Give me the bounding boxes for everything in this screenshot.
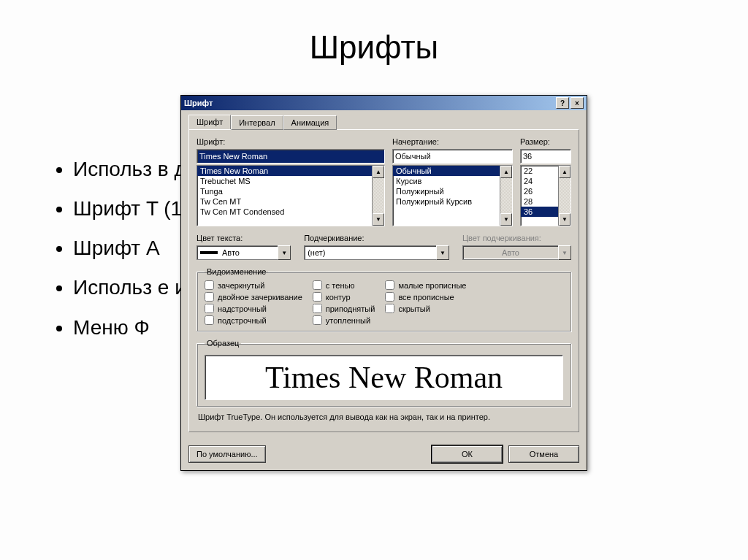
list-item[interactable]: Tunga [197,186,384,196]
ulcolor-label: Цвет подчеркивания: [462,234,571,244]
scroll-up-icon[interactable]: ▲ [373,166,384,178]
chk-hidden[interactable]: скрытый [385,304,466,313]
color-value: Авто [222,248,240,257]
scrollbar[interactable]: ▲ ▼ [558,166,570,226]
list-item[interactable]: Times New Roman [197,166,384,176]
chk-strikethrough[interactable]: зачеркнутый [205,280,302,290]
font-listbox[interactable]: Times New Roman Trebuchet MS Tunga Tw Ce… [196,165,385,226]
chk-superscript[interactable]: надстрочный [205,304,302,313]
size-label: Размер: [520,137,571,147]
font-input[interactable] [196,149,385,164]
ulcolor-combo: Авто ▼ [462,245,571,260]
list-item[interactable]: Обычный [393,166,512,176]
titlebar[interactable]: Шрифт ? × [181,96,587,110]
scrollbar[interactable]: ▲ ▼ [500,166,512,226]
scroll-down-icon[interactable]: ▼ [500,213,512,226]
list-item[interactable]: Курсив [393,176,512,186]
dialog-title: Шрифт [184,99,213,107]
list-item[interactable]: Полужирный [393,186,512,196]
chk-emboss[interactable]: приподнятый [313,304,375,313]
tab-spacing[interactable]: Интервал [231,115,283,130]
tabs: Шрифт Интервал Анимация [188,115,579,129]
style-label: Начертание: [392,137,513,147]
tab-panel: Шрифт: Times New Roman Trebuchet MS Tung… [188,129,579,432]
list-item[interactable]: Tw Cen MT [197,196,384,207]
help-button[interactable]: ? [556,97,569,109]
size-listbox[interactable]: 22 24 26 28 36 ▲ ▼ [520,165,571,226]
list-item[interactable]: Полужирный Курсив [393,196,512,207]
style-input[interactable] [392,149,513,164]
chk-engrave[interactable]: утопленный [313,315,375,325]
underline-label: Подчеркивание: [304,234,449,244]
chevron-down-icon[interactable]: ▼ [436,245,449,260]
scroll-down-icon[interactable]: ▼ [373,213,384,226]
preview-legend: Образец [205,339,241,348]
scroll-down-icon[interactable]: ▼ [559,213,570,226]
list-item[interactable]: Trebuchet MS [197,176,384,186]
color-combo[interactable]: Авто ▼ [196,245,291,260]
hint-text: Шрифт TrueType. Он используется для выво… [198,413,570,421]
underline-combo[interactable]: (нет) ▼ [304,245,449,260]
font-label: Шрифт: [196,137,385,147]
ulcolor-value: Авто [502,248,519,257]
size-input[interactable] [520,149,571,164]
default-button[interactable]: По умолчанию... [188,445,266,463]
ok-button[interactable]: ОК [432,445,503,463]
list-item[interactable]: Tw Cen MT Condensed [197,207,384,217]
slide-title: Шрифты [0,29,748,66]
chk-subscript[interactable]: подстрочный [205,315,302,325]
dialog-buttons: По умолчанию... ОК Отмена [181,440,587,470]
chk-smallcaps[interactable]: малые прописные [385,280,466,290]
chevron-down-icon: ▼ [558,245,571,260]
style-listbox[interactable]: Обычный Курсив Полужирный Полужирный Кур… [392,165,513,226]
close-button[interactable]: × [570,97,584,109]
chevron-down-icon[interactable]: ▼ [278,245,291,260]
preview-group: Образец Times New Roman [196,339,571,407]
underline-value: (нет) [308,248,325,257]
effects-group: Видоизменение зачеркнутый двойное зачерк… [196,267,571,331]
font-dialog: Шрифт ? × Шрифт Интервал Анимация Шрифт:… [180,95,587,471]
chk-outline[interactable]: контур [313,292,375,302]
scroll-up-icon[interactable]: ▲ [500,166,512,178]
tab-font[interactable]: Шрифт [188,115,231,129]
preview-box: Times New Roman [205,355,563,400]
chk-allcaps[interactable]: все прописные [385,292,466,302]
cancel-button[interactable]: Отмена [508,445,579,463]
chk-double-strike[interactable]: двойное зачеркивание [205,292,302,302]
color-label: Цвет текста: [196,234,291,244]
scrollbar[interactable]: ▲ ▼ [372,166,384,226]
effects-legend: Видоизменение [205,267,268,276]
chk-shadow[interactable]: с тенью [313,280,375,290]
scroll-up-icon[interactable]: ▲ [559,166,570,178]
tab-animation[interactable]: Анимация [283,115,337,130]
